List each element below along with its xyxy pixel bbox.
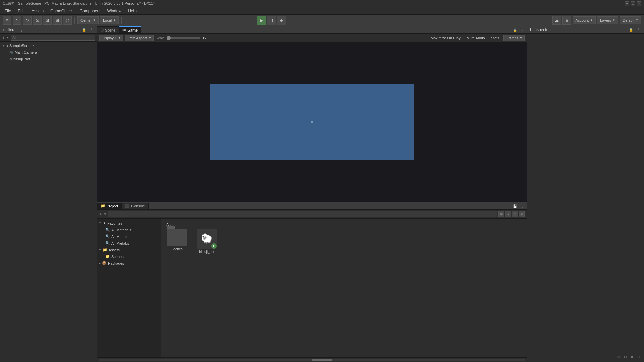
tool-multi[interactable]: ⊞ bbox=[53, 16, 62, 25]
step-button[interactable]: ⏭ bbox=[277, 16, 286, 25]
scroll-track[interactable] bbox=[99, 359, 525, 361]
collab-icon[interactable]: ☁ bbox=[552, 16, 561, 25]
scale-slider[interactable] bbox=[167, 37, 200, 39]
asset-hitsuji-dot[interactable]: 🐑 ▶ hitsuji_dot bbox=[193, 227, 220, 255]
sidebar-item-all-models[interactable]: 🔍 All Models bbox=[103, 233, 161, 240]
maximize-button[interactable]: □ bbox=[631, 1, 635, 6]
minimize-button[interactable]: ─ bbox=[625, 1, 629, 6]
sidebar-section-assets[interactable]: ▼ 📁 Assets bbox=[97, 247, 161, 253]
inspector-header: ℹ Inspector 🔒 ⋮ bbox=[527, 26, 644, 34]
sidebar-section-favorites[interactable]: ▼ ★ Favorites bbox=[97, 220, 161, 227]
menu-help[interactable]: Help bbox=[125, 8, 140, 14]
tool-extra[interactable]: ⬡ bbox=[63, 16, 72, 25]
display-button[interactable]: Display 1 ▼ bbox=[99, 35, 123, 41]
samplescene-options-icon[interactable]: ⋮ bbox=[92, 44, 96, 48]
project-main: Assets Scenes bbox=[161, 219, 527, 358]
tool-scale[interactable]: ⇲ bbox=[33, 16, 42, 25]
account-button[interactable]: Account ▼ bbox=[573, 16, 596, 24]
tool-hand[interactable]: ✥ bbox=[3, 16, 11, 25]
corner-icon-1[interactable]: ⊞ bbox=[616, 354, 621, 359]
gizmos-button[interactable]: Gizmos ▼ bbox=[503, 35, 525, 41]
sidebar-item-scenes[interactable]: 📁 Scenes bbox=[103, 253, 161, 260]
inspector-more-icon[interactable]: ⋮ bbox=[635, 27, 641, 33]
close-button[interactable]: ✕ bbox=[637, 1, 641, 6]
inspector-lock-icon[interactable]: 🔒 bbox=[628, 27, 634, 33]
hierarchy-lock-icon[interactable]: 🔒 bbox=[81, 27, 87, 33]
hierarchy-toolbar: + ▼ bbox=[0, 34, 97, 42]
samplescene-arrow-icon: ▼ bbox=[1, 44, 5, 48]
tab-project[interactable]: 📁 Project bbox=[97, 203, 122, 209]
game-area: Display 1 ▼ Free Aspect ▼ Scale 1x Maxim… bbox=[97, 34, 527, 362]
menu-file[interactable]: File bbox=[1, 8, 14, 14]
toolbar: ✥ ↖ ↻ ⇲ ⊡ ⊞ ⬡ Center ▼ Local ▼ ▶ ⏸ ⏭ ☁ ⊞… bbox=[0, 15, 644, 26]
corner-icon-2[interactable]: ⊟ bbox=[623, 354, 628, 359]
menu-gameobject[interactable]: GameObject bbox=[47, 8, 76, 14]
tool-rotate[interactable]: ↻ bbox=[23, 16, 32, 25]
project-size-icon[interactable]: ⊠ bbox=[519, 211, 525, 217]
aspect-button[interactable]: Free Aspect ▼ bbox=[125, 35, 154, 41]
hierarchy-content: ▼ ⊙ SampleScene* ⋮ 📷 Main Camera ⊙ hitsu… bbox=[0, 42, 97, 362]
menu-edit[interactable]: Edit bbox=[14, 8, 28, 14]
layers-button[interactable]: Layers ▼ bbox=[597, 16, 618, 24]
tab-scene[interactable]: ⊞ Scene bbox=[97, 26, 119, 33]
project-starred-icon[interactable]: ★ bbox=[505, 211, 511, 217]
sidebar-section-packages[interactable]: ▶ 📦 Packages bbox=[97, 260, 161, 267]
project-tab-label: Project bbox=[107, 204, 118, 208]
maximize-on-play-button[interactable]: Maximize On Play bbox=[429, 35, 463, 41]
hierarchy-item-samplescene[interactable]: ▼ ⊙ SampleScene* ⋮ bbox=[0, 42, 97, 49]
project-add-chevron-icon[interactable]: ▼ bbox=[103, 212, 107, 216]
scale-thumb[interactable] bbox=[167, 36, 171, 40]
corner-icon-4[interactable]: ⊡ bbox=[636, 354, 641, 359]
hierarchy-item-maincamera[interactable]: 📷 Main Camera bbox=[0, 49, 97, 56]
tab-game[interactable]: 👁 Game bbox=[119, 26, 141, 33]
inspector-panel: ℹ Inspector 🔒 ⋮ bbox=[527, 26, 644, 362]
menu-window[interactable]: Window bbox=[104, 8, 125, 14]
project-column-view-icon[interactable]: ⊞ bbox=[498, 211, 504, 217]
layout-label: Default bbox=[623, 18, 634, 22]
asset-scenes[interactable]: Scenes bbox=[164, 227, 191, 255]
stats-button[interactable]: Stats bbox=[489, 35, 501, 41]
all-materials-label: All Materials bbox=[111, 228, 131, 232]
console-tab-label: Console bbox=[131, 204, 145, 208]
bottom-scrollbar[interactable] bbox=[97, 357, 527, 362]
project-search-input[interactable] bbox=[108, 211, 497, 217]
pivot-center-button[interactable]: Center ▼ bbox=[77, 16, 99, 24]
toolbar-separator-1 bbox=[74, 17, 75, 24]
maincamera-camera-icon: 📷 bbox=[9, 51, 13, 54]
project-sidebar: ▼ ★ Favorites 🔍 All Materials 🔍 All bbox=[97, 219, 161, 358]
project-tab-actions: 💾 ⋮ bbox=[511, 203, 527, 209]
search-button[interactable]: ⊞ bbox=[562, 16, 571, 25]
menu-assets[interactable]: Assets bbox=[28, 8, 47, 14]
scroll-thumb[interactable] bbox=[312, 359, 332, 361]
pivot-chevron-icon: ▼ bbox=[93, 19, 96, 22]
hierarchy-item-hitsuji[interactable]: ⊙ hitsuji_dot bbox=[0, 56, 97, 62]
tab-console[interactable]: ⬛ Console bbox=[122, 203, 148, 209]
tool-rect[interactable]: ⊡ bbox=[43, 16, 52, 25]
gizmos-label: Gizmos bbox=[506, 36, 518, 40]
window-title: C#練習 - SampleScene - PC, Mac & Linux Sta… bbox=[3, 1, 155, 6]
view-tab-more-icon[interactable]: ⋮ bbox=[519, 27, 525, 33]
project-add-button[interactable]: + bbox=[99, 211, 102, 217]
hierarchy-more-icon[interactable]: ⋮ bbox=[88, 27, 94, 33]
project-more-icon[interactable]: ⋮ bbox=[519, 203, 525, 209]
assets-folder-icon: 📁 bbox=[103, 248, 107, 252]
mute-audio-button[interactable]: Mute Audio bbox=[465, 35, 487, 41]
menu-component[interactable]: Component bbox=[76, 8, 104, 14]
sidebar-item-all-materials[interactable]: 🔍 All Materials bbox=[103, 227, 161, 233]
view-tab-lock-icon[interactable]: 🔒 bbox=[512, 27, 518, 33]
hierarchy-add-chevron-icon[interactable]: ▼ bbox=[6, 36, 9, 39]
play-button[interactable]: ▶ bbox=[257, 16, 266, 25]
pivot-local-button[interactable]: Local ▼ bbox=[100, 16, 119, 24]
hierarchy-search-input[interactable] bbox=[11, 35, 95, 41]
project-filter-icon[interactable]: ⊡ bbox=[512, 211, 518, 217]
tool-move[interactable]: ↖ bbox=[13, 16, 21, 25]
sidebar-item-all-prefabs[interactable]: 🔍 All Prefabs bbox=[103, 240, 161, 247]
layout-button[interactable]: Default ▼ bbox=[620, 16, 641, 24]
toolbar-right: ☁ ⊞ Account ▼ Layers ▼ Default ▼ bbox=[552, 16, 641, 25]
project-save-icon[interactable]: 💾 bbox=[512, 203, 518, 209]
center-area: ⊞ Scene 👁 Game 🔒 ⋮ Display 1 ▼ Free bbox=[97, 26, 527, 362]
hierarchy-add-button[interactable]: + bbox=[2, 35, 5, 40]
pause-button[interactable]: ⏸ bbox=[267, 16, 276, 25]
game-tab-label: Game bbox=[127, 28, 138, 32]
corner-icon-3[interactable]: ⊠ bbox=[629, 354, 635, 359]
